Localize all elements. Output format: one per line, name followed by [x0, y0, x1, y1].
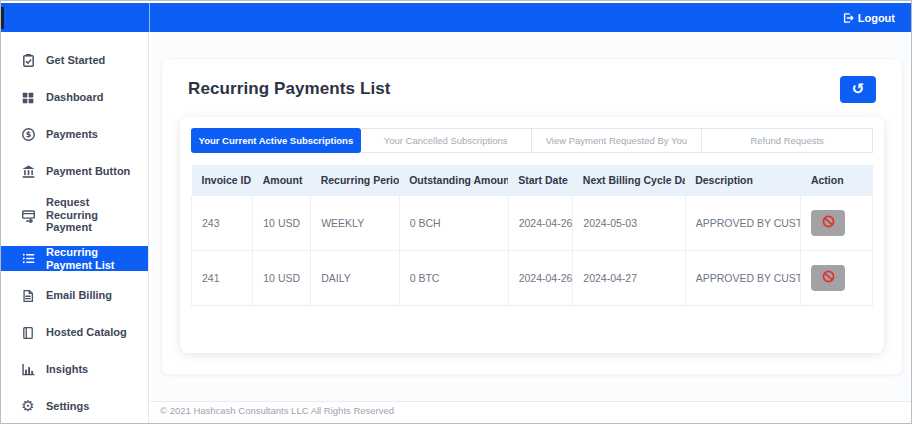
- gear-icon: ⚙: [20, 399, 36, 414]
- logout-label: Logout: [858, 12, 895, 24]
- col-description: Description: [685, 165, 801, 196]
- col-outstanding-amount: Outstanding Amount: [399, 165, 508, 196]
- tab-current-active-subscriptions[interactable]: Your Current Active Subscriptions: [191, 128, 361, 153]
- col-amount: Amount: [253, 165, 311, 196]
- sidebar-item-label: Get Started: [46, 54, 105, 67]
- col-invoice-id: Invoice ID: [192, 165, 253, 196]
- clipboard-icon: [20, 53, 36, 68]
- table-header-row: Invoice ID Amount Recurring Period Outst…: [192, 165, 873, 196]
- sidebar-item-request-recurring-payment[interactable]: Request Recurring Payment: [1, 190, 148, 240]
- card-header: Recurring Payments List ↺: [180, 75, 884, 103]
- sidebar-item-label: Hosted Catalog: [46, 326, 127, 339]
- col-start-date: Start Date: [508, 165, 573, 196]
- subscriptions-panel: Your Current Active Subscriptions Your C…: [180, 117, 884, 353]
- sidebar-item-get-started[interactable]: Get Started: [1, 42, 148, 79]
- cell-invoice-id: 241: [192, 251, 253, 306]
- cell-amount: 10 USD: [253, 251, 311, 306]
- tab-refund-requests[interactable]: Refund Requests: [702, 128, 873, 153]
- cell-description: APPROVED BY CUSTOMER: [685, 251, 801, 306]
- sidebar-item-settings[interactable]: ⚙ Settings: [1, 388, 148, 424]
- sidebar-item-label: Insights: [46, 363, 88, 376]
- copyright-footer: © 2021 Hashcash Consultants LLC All Righ…: [150, 401, 911, 419]
- page-title: Recurring Payments List: [188, 79, 391, 99]
- subscription-tabs: Your Current Active Subscriptions Your C…: [191, 128, 873, 153]
- topbar-divider: [149, 3, 150, 32]
- sidebar-item-label: Payments: [46, 128, 98, 141]
- chart-icon: [20, 362, 36, 377]
- sidebar-item-label: Recurring Payment List: [46, 246, 140, 271]
- block-icon: [821, 214, 836, 232]
- sidebar: Get Started Dashboard $ Payments: [1, 32, 149, 423]
- logout-button[interactable]: Logout: [836, 3, 901, 32]
- table-row: 241 10 USD DAILY 0 BTC 2024-04-26 2024-0…: [192, 251, 873, 306]
- cell-amount: 10 USD: [253, 196, 311, 251]
- bank-icon: [20, 164, 36, 179]
- top-navbar: Logout: [1, 3, 911, 32]
- sidebar-item-payment-button[interactable]: Payment Button: [1, 153, 148, 190]
- grid-icon: [20, 91, 36, 105]
- sidebar-item-hosted-catalog[interactable]: Hosted Catalog: [1, 314, 148, 351]
- document-icon: [20, 289, 36, 303]
- logout-icon: [842, 12, 854, 24]
- app-window: Logout Get Started Dashboard: [0, 0, 912, 424]
- cell-action: [801, 251, 873, 306]
- cancel-subscription-button[interactable]: [811, 210, 845, 236]
- subscriptions-table: Invoice ID Amount Recurring Period Outst…: [191, 165, 873, 306]
- tab-view-payment-requested[interactable]: View Payment Requested By You: [532, 128, 703, 153]
- list-icon: [20, 251, 36, 266]
- card-arrow-icon: [20, 208, 36, 223]
- cell-recurring-period: DAILY: [311, 251, 400, 306]
- dollar-circle-icon: $: [20, 127, 36, 142]
- table-row: 243 10 USD WEEKLY 0 BCH 2024-04-26 2024-…: [192, 196, 873, 251]
- cell-next-billing-cycle-date: 2024-05-03: [573, 196, 685, 251]
- partial-logo: [1, 7, 4, 29]
- sidebar-item-payments[interactable]: $ Payments: [1, 116, 148, 153]
- history-button[interactable]: ↺: [840, 76, 876, 103]
- sidebar-item-label: Email Billing: [46, 289, 112, 302]
- sidebar-item-dashboard[interactable]: Dashboard: [1, 79, 148, 116]
- col-next-billing-cycle-date: Next Billing Cycle Date: [573, 165, 685, 196]
- cell-start-date: 2024-04-26: [508, 196, 573, 251]
- cell-outstanding-amount: 0 BTC: [399, 251, 508, 306]
- sidebar-item-insights[interactable]: Insights: [1, 351, 148, 388]
- cancel-subscription-button[interactable]: [811, 265, 845, 291]
- svg-text:$: $: [25, 130, 31, 139]
- cell-next-billing-cycle-date: 2024-04-27: [573, 251, 685, 306]
- col-action: Action: [801, 165, 873, 196]
- sidebar-item-label: Request Recurring Payment: [46, 196, 140, 234]
- block-icon: [821, 269, 836, 287]
- sidebar-item-label: Payment Button: [46, 165, 130, 178]
- history-icon: ↺: [852, 82, 865, 97]
- sidebar-item-recurring-payment-list[interactable]: Recurring Payment List: [1, 246, 148, 271]
- cell-action: [801, 196, 873, 251]
- book-icon: [20, 326, 36, 340]
- main-content: Recurring Payments List ↺ Your Current A…: [150, 32, 911, 423]
- col-recurring-period: Recurring Period: [311, 165, 400, 196]
- cell-recurring-period: WEEKLY: [311, 196, 400, 251]
- cell-outstanding-amount: 0 BCH: [399, 196, 508, 251]
- recurring-payments-card: Recurring Payments List ↺ Your Current A…: [162, 59, 902, 374]
- cell-start-date: 2024-04-26: [508, 251, 573, 306]
- tab-cancelled-subscriptions[interactable]: Your Cancelled Subscriptions: [361, 128, 532, 153]
- cell-invoice-id: 243: [192, 196, 253, 251]
- sidebar-item-label: Settings: [46, 400, 89, 413]
- sidebar-item-label: Dashboard: [46, 91, 103, 104]
- cell-description: APPROVED BY CUSTOMER: [685, 196, 801, 251]
- sidebar-item-email-billing[interactable]: Email Billing: [1, 277, 148, 314]
